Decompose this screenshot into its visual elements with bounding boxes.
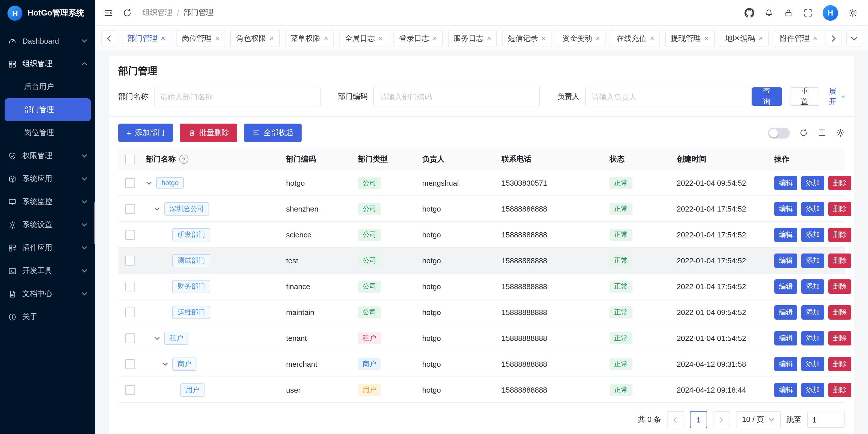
expand-toggle-icon[interactable] <box>154 207 164 211</box>
expand-toggle-icon[interactable] <box>162 362 172 366</box>
table-row[interactable]: 用户 user 用户 hotgo 15888888888 正常 2024-04-… <box>118 377 845 403</box>
close-icon[interactable]: × <box>161 34 165 42</box>
reload-icon[interactable] <box>799 128 808 137</box>
edit-button[interactable]: 编辑 <box>774 176 797 190</box>
delete-button[interactable]: 删除 <box>828 357 851 371</box>
edit-button[interactable]: 编辑 <box>774 305 797 319</box>
sidebar-item-docs[interactable]: 文档中心 <box>0 282 95 305</box>
bell-icon[interactable] <box>764 8 774 18</box>
leader-input[interactable] <box>585 87 752 106</box>
dept-name-tag[interactable]: 研发部门 <box>172 228 210 241</box>
add-button[interactable]: 添加 <box>801 227 824 242</box>
sidebar-item-plugins[interactable]: 插件应用 <box>0 236 95 259</box>
edit-button[interactable]: 编辑 <box>774 357 797 371</box>
help-icon[interactable]: ? <box>179 155 188 164</box>
add-button[interactable]: 添加 <box>801 357 824 371</box>
tab-item[interactable]: 在线充值× <box>611 30 660 47</box>
table-row[interactable]: 测试部门 test 公司 hotgo 15888888888 正常 2022-0… <box>118 248 845 273</box>
add-button[interactable]: 添加 <box>801 331 824 345</box>
close-icon[interactable]: × <box>541 34 546 42</box>
add-button[interactable]: 添加 <box>801 305 824 319</box>
lock-icon[interactable] <box>783 8 793 18</box>
avatar[interactable]: H <box>823 5 838 21</box>
github-icon[interactable] <box>744 8 754 18</box>
tab-item[interactable]: 全局日志× <box>339 30 388 47</box>
dept-name-tag[interactable]: 测试部门 <box>172 254 210 267</box>
tab-item[interactable]: 提现管理× <box>665 30 714 47</box>
add-button[interactable]: 添加 <box>801 382 824 397</box>
edit-button[interactable]: 编辑 <box>774 279 797 293</box>
sidebar-item-permissions[interactable]: 权限管理 <box>0 144 95 167</box>
column-settings-icon[interactable] <box>836 128 845 137</box>
tabs-scroll-left-button[interactable] <box>101 30 117 46</box>
edit-button[interactable]: 编辑 <box>774 382 797 397</box>
sidebar-item-about[interactable]: 关于 <box>0 305 95 328</box>
row-checkbox[interactable] <box>125 307 135 317</box>
select-all-checkbox[interactable] <box>125 154 135 164</box>
table-row[interactable]: 运维部门 maintain 公司 hotgo 15888888888 正常 20… <box>118 299 845 325</box>
delete-button[interactable]: 删除 <box>828 279 851 293</box>
delete-button[interactable]: 删除 <box>828 201 851 216</box>
row-checkbox[interactable] <box>125 230 135 239</box>
edit-button[interactable]: 编辑 <box>774 253 797 268</box>
dept-name-tag[interactable]: 用户 <box>180 383 205 396</box>
close-icon[interactable]: × <box>324 34 328 42</box>
sidebar-item-backend-users[interactable]: 后台用户 <box>0 75 95 98</box>
row-checkbox[interactable] <box>125 256 135 265</box>
close-icon[interactable]: × <box>758 34 763 42</box>
row-checkbox[interactable] <box>125 385 135 395</box>
toggle-switch[interactable] <box>768 127 790 138</box>
density-icon[interactable] <box>817 128 827 137</box>
table-row[interactable]: hotgo hotgo 公司 mengshuai 15303830571 正常 … <box>118 170 845 196</box>
sidebar-item-org[interactable]: 组织管理 <box>0 52 95 75</box>
row-checkbox[interactable] <box>125 178 135 188</box>
tab-item[interactable]: 地区编码× <box>719 30 769 47</box>
table-row[interactable]: 财务部门 finance 公司 hotgo 15888888888 正常 202… <box>118 273 845 299</box>
app-logo[interactable]: H HotGo管理系统 <box>0 0 95 26</box>
dept-name-tag[interactable]: hotgo <box>156 177 184 189</box>
dept-name-tag[interactable]: 运维部门 <box>172 306 210 319</box>
edit-button[interactable]: 编辑 <box>774 201 797 216</box>
row-checkbox[interactable] <box>125 204 135 213</box>
delete-button[interactable]: 删除 <box>828 382 851 397</box>
dept-name-tag[interactable]: 商户 <box>172 357 196 371</box>
edit-button[interactable]: 编辑 <box>774 227 797 242</box>
tabs-scroll-right-button[interactable] <box>826 30 842 46</box>
dept-name-tag[interactable]: 租户 <box>164 331 188 345</box>
tab-item[interactable]: 岗位管理× <box>176 30 225 47</box>
row-checkbox[interactable] <box>125 359 135 369</box>
delete-button[interactable]: 删除 <box>828 331 851 345</box>
sidebar-scrollbar[interactable] <box>94 202 95 244</box>
settings-icon[interactable] <box>848 8 858 18</box>
dept-name-input[interactable] <box>154 87 320 106</box>
dept-name-tag[interactable]: 财务部门 <box>172 280 210 293</box>
close-icon[interactable]: × <box>596 34 600 42</box>
row-checkbox[interactable] <box>125 333 135 343</box>
table-row[interactable]: 深圳总公司 shenzhen 公司 hotgo 15888888888 正常 2… <box>118 196 845 222</box>
sidebar-item-system-apps[interactable]: 系统应用 <box>0 167 95 190</box>
table-row[interactable]: 研发部门 science 公司 hotgo 15888888888 正常 202… <box>118 222 845 248</box>
edit-button[interactable]: 编辑 <box>774 331 797 345</box>
add-button[interactable]: 添加 <box>801 201 824 216</box>
dept-name-tag[interactable]: 深圳总公司 <box>164 202 209 215</box>
tab-item[interactable]: 登录日志× <box>394 30 443 47</box>
close-icon[interactable]: × <box>650 34 654 42</box>
row-checkbox[interactable] <box>125 281 135 291</box>
close-icon[interactable]: × <box>270 34 274 42</box>
add-dept-button[interactable]: +添加部门 <box>118 123 173 142</box>
expand-button[interactable]: 展开 <box>827 86 845 107</box>
add-button[interactable]: 添加 <box>801 253 824 268</box>
add-button[interactable]: 添加 <box>801 176 824 190</box>
fullscreen-icon[interactable] <box>803 8 813 18</box>
close-icon[interactable]: × <box>378 34 382 42</box>
expand-toggle-icon[interactable] <box>154 336 164 340</box>
tab-item[interactable]: 服务日志× <box>448 30 497 47</box>
dept-code-input[interactable] <box>373 87 540 106</box>
tab-item[interactable]: 短信记录× <box>502 30 551 47</box>
page-size-select[interactable]: 10 / 页 <box>736 411 781 428</box>
breadcrumb-parent[interactable]: 组织管理 <box>143 7 172 18</box>
jump-page-input[interactable] <box>807 412 845 428</box>
table-row[interactable]: 租户 tenant 租户 hotgo 15888888888 正常 2022-0… <box>118 325 845 351</box>
close-icon[interactable]: × <box>704 34 709 42</box>
close-icon[interactable]: × <box>487 34 491 42</box>
